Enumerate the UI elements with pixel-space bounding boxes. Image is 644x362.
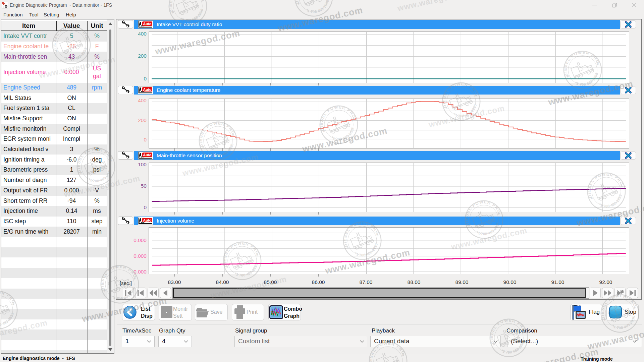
svg-text:Auto: Auto: [143, 22, 151, 26]
svg-text:Auto: Auto: [143, 218, 151, 222]
svg-text:Auto: Auto: [143, 153, 151, 157]
svg-text:Auto: Auto: [143, 87, 151, 92]
